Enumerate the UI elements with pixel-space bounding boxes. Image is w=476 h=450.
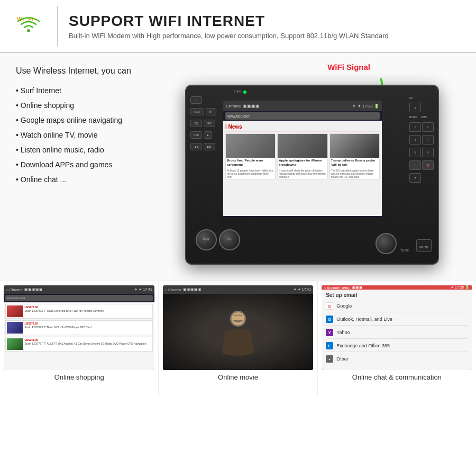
yahoo-option[interactable]: Y Yahoo xyxy=(326,329,468,339)
pwr-label: PWR xyxy=(197,238,216,241)
google-option[interactable]: G Google xyxy=(326,302,468,312)
movie-caption: Online movie xyxy=(218,373,258,381)
intro-text: Use Wireless Internet, you can xyxy=(16,66,138,76)
outlook-icon: O xyxy=(326,316,333,323)
news-card-1: Bronx fire: 'People were screaming' At l… xyxy=(225,133,276,179)
vol-knob[interactable]: VOL xyxy=(219,229,240,250)
header-title-block: SUPPORT WIFI INTERNET Built-in WiFi Mode… xyxy=(69,13,465,40)
shopping-screen: ⌂ Chrome ▣▣▣▣▣ ✦ ✦ 17:41 m.erisin.com US… xyxy=(4,285,154,370)
shop-item-2: US$272.00 Erisin ES3782S 7" Benz S/CL-Cl… xyxy=(5,320,152,335)
shop-price-2: US$272.00 xyxy=(24,322,91,326)
src-button[interactable]: SRC xyxy=(204,120,215,127)
shop-price-1: US$272.00 xyxy=(24,305,104,309)
bt-button[interactable]: BT xyxy=(206,108,216,115)
news-card-2: Apple apologises for iPhone slowdowns It… xyxy=(277,133,327,179)
shop-item-image-2 xyxy=(7,322,23,334)
news-image-3 xyxy=(330,134,379,158)
news-image-2 xyxy=(278,134,327,158)
dvd-button[interactable]: DVD xyxy=(190,131,202,139)
subtitle: Built-in WiFi Modem with High performanc… xyxy=(69,32,465,40)
btn-2[interactable]: 2 xyxy=(422,122,434,132)
gps-label: GPS xyxy=(234,90,242,94)
chat-screen: ⌂ Account setup ▣▣▣ ✦ 17:39 🔋 Set up ema… xyxy=(322,285,472,370)
shopping-panel: ⌂ Chrome ▣▣▣▣▣ ✦ ✦ 17:41 m.erisin.com US… xyxy=(0,281,159,396)
list-item: Surf Internet xyxy=(16,83,138,98)
call-button[interactable]: 📞 xyxy=(409,160,421,170)
list-item: Online chat ... xyxy=(16,172,138,187)
left-panel: Use Wireless Internet, you can Surf Inte… xyxy=(0,53,148,281)
shopping-chrome-bar: ⌂ Chrome ▣▣▣▣▣ ✦ ✦ 17:41 xyxy=(4,285,154,294)
shopping-items: US$272.00 Erisin ES3797S 7" Quad Core An… xyxy=(4,302,154,370)
btn-6[interactable]: 6 xyxy=(422,148,434,157)
btn-3[interactable]: 3 xyxy=(409,135,421,145)
movie-chrome-bar: ⌂ Chrome ▣▣▣▣▣ ✦ ✦ 17:41 xyxy=(163,285,313,294)
prev-button[interactable]: ◀◀ xyxy=(190,143,202,150)
outlook-option[interactable]: O Outlook, Hotmail, and Live xyxy=(326,316,468,326)
chat-panel: ⌂ Account setup ▣▣▣ ✦ 17:39 🔋 Set up ema… xyxy=(318,281,476,396)
vol-label: VOL xyxy=(220,238,239,241)
svg-point-2 xyxy=(27,29,30,32)
stereo-left-controls: ⌂ NAVI BT EQ xyxy=(190,96,216,150)
list-item: Download APPs and games xyxy=(16,157,138,172)
endcall-button[interactable]: 📵 xyxy=(422,160,434,170)
device-area: WiFi Signal GPS ⌂ xyxy=(148,53,476,281)
news-text-3: The US president again insists there was… xyxy=(330,168,379,179)
shopping-url-bar: m.erisin.com xyxy=(5,295,152,301)
chat-caption: Online chat & communication xyxy=(352,373,442,381)
middle-section: Use Wireless Internet, you can Surf Inte… xyxy=(0,53,476,281)
status-dot xyxy=(243,91,246,94)
screen-content: i News Bronx fire: 'People were screamin… xyxy=(223,121,382,216)
feature-list: Surf Internet Online shopping Google map… xyxy=(16,83,138,187)
email-content: Set up email G Google O Outlook, Hotmail… xyxy=(322,290,472,370)
down-button[interactable]: ▼ xyxy=(409,173,421,183)
tune-label: TUNE xyxy=(400,249,409,252)
dvd-next[interactable]: ▶ xyxy=(204,131,212,139)
mute-button[interactable]: MUTE xyxy=(416,239,432,252)
stereo-right-controls: SD ▲ BAND AMS 1 2 3 4 5 6 xyxy=(409,96,434,183)
list-item: Google maps online navigating xyxy=(16,113,138,128)
email-setup-title: Set up email xyxy=(326,292,468,298)
google-icon: G xyxy=(326,302,333,310)
list-item: Online shopping xyxy=(16,98,138,113)
exchange-option[interactable]: E Exchange and Office 365 xyxy=(326,342,468,352)
btn-5[interactable]: 5 xyxy=(409,148,421,157)
shop-name-2: Erisin ES3782S 7" Benz S/CL-Cla DVD Play… xyxy=(24,326,91,329)
navi-button[interactable]: NAVI xyxy=(190,108,204,115)
shop-item-1: US$272.00 Erisin ES3797S 7" Quad Core An… xyxy=(5,304,152,319)
news-header: i News xyxy=(225,123,380,131)
movie-content xyxy=(163,294,313,370)
up-button[interactable]: ▲ xyxy=(409,103,421,112)
news-cards: Bronx fire: 'People were screaming' At l… xyxy=(225,133,380,179)
next-button[interactable]: ▶▶ xyxy=(204,143,215,150)
news-title-1: Bronx fire: 'People were screaming' xyxy=(226,158,275,168)
bottom-section: ⌂ Chrome ▣▣▣▣▣ ✦ ✦ 17:41 m.erisin.com US… xyxy=(0,281,476,396)
news-image-1 xyxy=(226,134,275,158)
list-item: Watch online TV, movie xyxy=(16,128,138,142)
news-title-3: Trump believes Russia probe 'will be fai… xyxy=(330,158,379,168)
shop-item-image-3 xyxy=(7,338,23,350)
shop-name-3: Erisin ES3779T 7" AUDI TT MK2 Android 7.… xyxy=(24,342,146,346)
other-option[interactable]: • Other xyxy=(326,355,468,365)
stereo-screen: Chrome ▣▣▣▣ ✦ ✦ 17:38 🔋 www.bbc.com i Ne… xyxy=(223,101,382,217)
pwr-knob[interactable]: PWR xyxy=(196,229,217,250)
home-button[interactable]: ⌂ xyxy=(190,96,202,104)
news-text-1: At least 12 people have been killed in a… xyxy=(226,168,275,179)
shopping-caption: Online shopping xyxy=(54,373,104,381)
other-label: Other xyxy=(336,356,349,362)
header-section: Wi Fi SUPPORT WIFI INTERNET Built-in WiF… xyxy=(0,0,476,53)
btn-4[interactable]: 4 xyxy=(422,135,434,145)
url-bar: www.bbc.com xyxy=(225,112,380,120)
news-text-2: It says it will slash the price of batte… xyxy=(278,168,327,179)
shop-name-1: Erisin ES3797S 7" Quad Core And DAB+ Wif… xyxy=(24,309,104,313)
shop-item-3: US$241.00 Erisin ES3779T 7" AUDI TT MK2 … xyxy=(5,337,152,352)
btn-1[interactable]: 1 xyxy=(409,122,421,132)
svg-point-5 xyxy=(232,312,244,325)
outlook-label: Outlook, Hotmail, and Live xyxy=(336,317,392,322)
wifi-logo: Wi Fi xyxy=(11,6,58,46)
shop-item-image-1 xyxy=(7,305,23,317)
eq-button[interactable]: EQ xyxy=(190,120,202,127)
screen-chrome-bar: Chrome ▣▣▣▣ ✦ ✦ 17:38 🔋 xyxy=(223,101,382,111)
movie-panel: ⌂ Chrome ▣▣▣▣▣ ✦ ✦ 17:41 xyxy=(159,281,317,396)
tune-knob[interactable] xyxy=(376,233,397,254)
exchange-icon: E xyxy=(326,342,333,349)
